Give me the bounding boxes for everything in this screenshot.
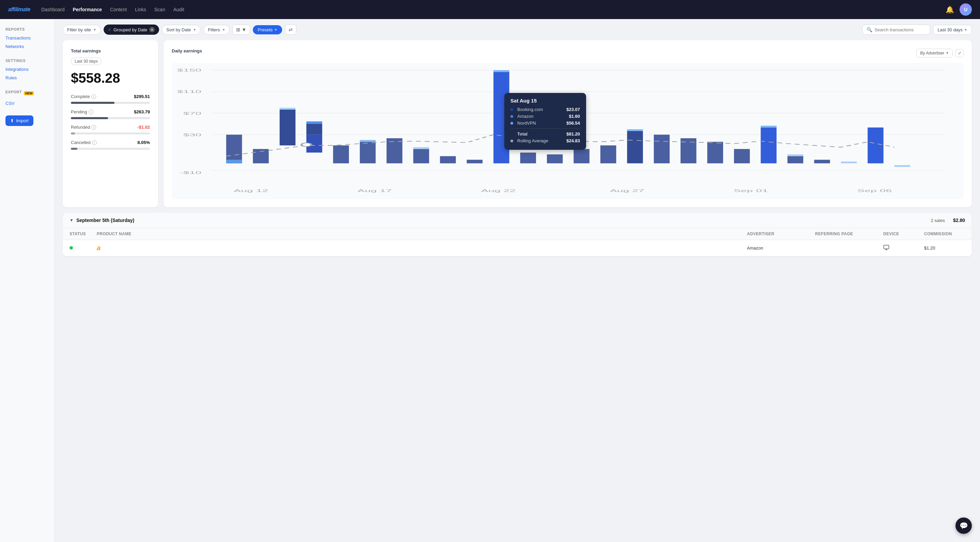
svg-rect-14 <box>280 108 296 109</box>
tooltip-booking-dot <box>511 108 513 111</box>
table-header: Status Product name Advertiser Referring… <box>63 228 972 240</box>
sidebar-item-integrations[interactable]: Integrations <box>5 65 49 73</box>
chevron-down-icon: ▼ <box>222 28 226 32</box>
daily-earnings-header: Daily earnings By Advertiser ▼ ⤢ <box>172 48 964 57</box>
info-icon[interactable]: i <box>89 109 93 114</box>
chevron-down-icon: ▼ <box>93 28 96 32</box>
cancelled-progress-bar <box>71 148 150 150</box>
reports-section-title: REPORTS <box>5 27 49 31</box>
svg-rect-15 <box>306 124 322 135</box>
notification-bell-icon[interactable]: 🔔 <box>946 5 954 14</box>
view-toggle-button[interactable]: ⊞ ▼ <box>232 24 250 35</box>
nav-content[interactable]: Content <box>110 7 127 12</box>
tooltip-booking-row: Booking.com $23.07 <box>511 107 580 112</box>
metric-complete-row: Complete i $295.51 <box>71 94 150 99</box>
svg-rect-22 <box>413 149 429 163</box>
sort-by-date-button[interactable]: Sort by Date ▼ <box>162 25 201 35</box>
info-icon[interactable]: i <box>91 94 96 99</box>
tooltip-divider <box>511 128 580 129</box>
product-name-cell: a <box>97 244 747 252</box>
sidebar-item-networks[interactable]: Networks <box>5 43 49 51</box>
svg-text:Aug 22: Aug 22 <box>481 188 515 193</box>
advertiser-cell: Amazon <box>747 246 815 250</box>
tooltip-amazon-row: Amazon $1.60 <box>511 114 580 119</box>
search-icon: 🔍 <box>867 27 872 32</box>
chat-fab-button[interactable]: 💬 <box>956 518 972 534</box>
tooltip-nordvpn-dot <box>511 122 513 125</box>
col-device: Device <box>883 231 924 236</box>
settings-section: SETTINGS Integrations Rules <box>5 59 49 82</box>
svg-rect-29 <box>547 154 563 163</box>
avatar[interactable]: U <box>959 3 972 16</box>
info-icon[interactable]: i <box>91 125 96 130</box>
filter-by-site-button[interactable]: Filter by site ▼ <box>63 25 101 35</box>
svg-rect-43 <box>841 162 857 163</box>
chevron-down-icon: ▼ <box>274 28 277 32</box>
svg-rect-20 <box>360 140 375 142</box>
tooltip-total-label: Total <box>517 132 562 136</box>
nav-performance[interactable]: Performance <box>73 7 102 12</box>
reports-section: REPORTS Transactions Networks <box>5 27 49 51</box>
complete-value: $295.51 <box>134 94 150 99</box>
svg-rect-28 <box>520 152 536 163</box>
svg-point-46 <box>302 143 312 147</box>
complete-label: Complete i <box>71 94 96 99</box>
svg-rect-21 <box>387 138 402 163</box>
nav-scan[interactable]: Scan <box>154 7 165 12</box>
nav-dashboard[interactable]: Dashboard <box>41 7 65 12</box>
pending-value: $263.79 <box>134 109 150 114</box>
metric-cancelled-row: Cancelled i 8.05% <box>71 140 150 145</box>
sidebar-item-transactions[interactable]: Transactions <box>5 34 49 42</box>
search-box[interactable]: 🔍 <box>862 24 930 35</box>
customize-columns-button[interactable]: ⇄ <box>285 24 296 35</box>
group-date-title: September 5th (Saturday) <box>76 217 931 223</box>
svg-rect-53 <box>884 245 889 249</box>
svg-text:$30: $30 <box>183 132 201 137</box>
settings-section-title: SETTINGS <box>5 59 49 63</box>
svg-rect-44 <box>867 127 883 163</box>
daily-earnings-card: Daily earnings By Advertiser ▼ ⤢ <box>164 40 972 207</box>
svg-rect-11 <box>226 160 242 163</box>
svg-text:Aug 12: Aug 12 <box>234 188 268 193</box>
tooltip-rolling-dot <box>511 139 513 142</box>
refunded-value: -$1.02 <box>137 125 150 130</box>
tooltip-booking-label: Booking.com <box>517 107 562 112</box>
presets-button[interactable]: Presets ▼ <box>253 25 282 34</box>
sidebar-item-rules[interactable]: Rules <box>5 74 49 82</box>
toolbar: Filter by site ▼ ✓ Grouped by Date ✕ Sor… <box>63 24 972 35</box>
tooltip-nordvpn-value: $56.54 <box>566 120 580 126</box>
svg-rect-27 <box>493 70 509 72</box>
svg-text:Sep 06: Sep 06 <box>858 188 892 193</box>
close-icon[interactable]: ✕ <box>149 27 155 32</box>
by-advertiser-button[interactable]: By Advertiser ▼ <box>916 49 953 57</box>
tooltip-total-value: $81.20 <box>566 132 580 136</box>
total-amount: $558.28 <box>71 70 150 86</box>
expand-chart-button[interactable]: ⤢ <box>956 49 964 57</box>
grouped-by-date-button[interactable]: ✓ Grouped by Date ✕ <box>103 24 159 35</box>
tooltip-rolling-label: Rolling Average <box>517 138 562 143</box>
transactions-section: ▼ September 5th (Saturday) 2 sales $2.80… <box>63 213 972 256</box>
search-input[interactable] <box>874 27 926 32</box>
filters-button[interactable]: Filters ▼ <box>204 25 230 35</box>
import-button[interactable]: ⬆ Import <box>5 116 33 126</box>
nav-audit[interactable]: Audit <box>173 7 185 12</box>
metric-pending-row: Pending i $263.79 <box>71 109 150 114</box>
export-title: EXPORT <box>5 90 22 94</box>
status-cell <box>70 246 97 250</box>
tooltip-rolling-value: $24.83 <box>566 138 580 143</box>
info-icon[interactable]: i <box>92 140 97 145</box>
svg-rect-40 <box>788 156 803 163</box>
tooltip-amazon-dot <box>511 115 513 118</box>
nav-links-item[interactable]: Links <box>135 7 146 12</box>
nav-right: 🔔 U <box>946 3 972 16</box>
tooltip-nordvpn-row: NordVPN $56.54 <box>511 120 580 126</box>
export-header: EXPORT NEW <box>5 90 49 97</box>
transactions-group-header[interactable]: ▼ September 5th (Saturday) 2 sales $2.80 <box>63 213 972 228</box>
date-range-button[interactable]: Last 30 days ▼ <box>933 25 972 35</box>
svg-rect-34 <box>654 135 670 163</box>
tooltip-nordvpn-label: NordVPN <box>517 120 562 126</box>
sidebar-item-csv[interactable]: CSV <box>5 100 49 107</box>
tooltip-total-spacer <box>511 133 513 135</box>
sales-count: 2 sales <box>931 218 945 223</box>
svg-text:$110: $110 <box>177 90 201 94</box>
